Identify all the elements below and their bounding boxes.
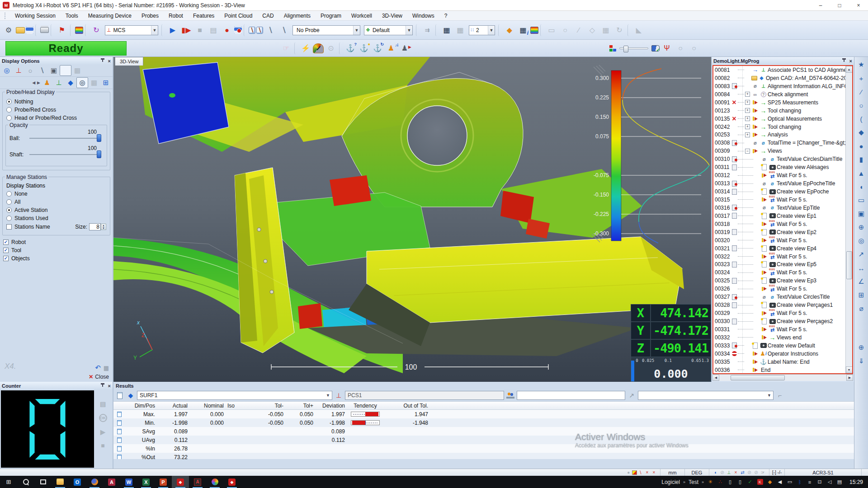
start-button[interactable]: ⊞: [0, 476, 17, 488]
probe-head-radio[interactable]: Head or Probe/Red Cross: [6, 115, 106, 121]
settings-icon[interactable]: ⚙: [2, 24, 15, 37]
tray-app1-icon[interactable]: ✳: [705, 479, 715, 485]
pin-icon[interactable]: [100, 383, 105, 389]
expand-icon[interactable]: +: [745, 108, 750, 113]
program-row[interactable]: 00323 Create view Ep5: [713, 261, 845, 269]
results-row[interactable]: Min. -1.998 0.000 -0.050 0.050 -1.998 -1…: [113, 418, 868, 427]
program-row[interactable]: 00331 Wait For 5 s.: [713, 325, 845, 333]
results-row[interactable]: Max. 1.997 0.000 -0.050 0.050 1.997 1.94…: [113, 410, 868, 418]
slot-icon[interactable]: ▭: [855, 194, 867, 206]
probe-compensation-icon[interactable]: ◖: [712, 470, 719, 475]
pointcloud-icon[interactable]: ▦: [440, 24, 453, 37]
program-row[interactable]: 00335 Label Name: End: [713, 358, 845, 366]
brush-select-icon[interactable]: ∕: [572, 24, 585, 37]
cad-view-icon[interactable]: ◆: [65, 77, 76, 88]
menu-item[interactable]: Tools: [61, 11, 83, 20]
program-row[interactable]: 00310 Text/Value CirclesDiamTitle: [713, 155, 845, 163]
tray-bluetooth-icon[interactable]: ᛒ: [795, 479, 805, 485]
zoom-slider[interactable]: [619, 47, 648, 49]
program-row[interactable]: 00320 Wait For 5 s.: [713, 236, 845, 244]
size-input[interactable]: 8: [89, 223, 101, 230]
grid-icon[interactable]: ⊞: [100, 77, 112, 88]
paint-app[interactable]: [206, 476, 223, 488]
feature-selector[interactable]: SURF1▼: [137, 391, 332, 400]
results-row[interactable]: %In 26.78: [113, 444, 868, 453]
program-row[interactable]: 00242 + Tool changing: [713, 123, 845, 131]
tray-check-icon[interactable]: ✓: [745, 479, 755, 485]
separator[interactable]: [35, 24, 38, 36]
undo-icon[interactable]: ↶: [95, 364, 101, 372]
print-icon[interactable]: [40, 27, 49, 33]
task-view-button[interactable]: [34, 476, 52, 488]
menu-item[interactable]: Point Cloud: [219, 11, 257, 20]
expand-icon[interactable]: +: [745, 116, 750, 121]
program-row[interactable]: 00326 Wait For 5 s.: [713, 285, 845, 293]
probe-qualify-icon[interactable]: ∖: [278, 24, 290, 37]
program-row[interactable]: 00308 TotalTime = [Changer_Time-&gt;Val]…: [713, 139, 845, 147]
open-icon[interactable]: [16, 27, 25, 33]
separator[interactable]: [339, 42, 342, 54]
separator[interactable]: [244, 24, 247, 36]
tray-battery-icon[interactable]: ▯: [725, 479, 735, 485]
tray-network-icon[interactable]: ⊡: [815, 479, 825, 485]
explorer-app[interactable]: [52, 476, 69, 488]
3d-viewport[interactable]: 0.300 0.225 0.150 0.075 -0.075 -0.150 -0…: [113, 57, 711, 382]
tray-plug-icon[interactable]: ≡: [805, 479, 815, 485]
powerpoint-app[interactable]: P: [155, 476, 172, 488]
temp-alarm-icon[interactable]: ×: [651, 470, 657, 475]
tray-antivirus-icon[interactable]: K: [755, 479, 765, 485]
program-row[interactable]: 00312 Wait For 5 s.: [713, 171, 845, 179]
program-row[interactable]: 00333 Create view Default: [713, 342, 845, 350]
screen-colormap-icon[interactable]: [60, 65, 71, 76]
polygon-icon[interactable]: ▣: [855, 208, 867, 220]
program-row[interactable]: 00317 Create view Ep1: [713, 212, 845, 220]
pointcloud-light-icon[interactable]: ▦: [454, 24, 467, 37]
caliper-icon[interactable]: ⌀: [855, 303, 867, 314]
display-checkbox[interactable]: ✓ Tool: [3, 247, 109, 253]
program-row[interactable]: 00324 Wait For 5 s.: [713, 268, 845, 277]
probe-head-radio[interactable]: Probe/Red Cross: [6, 107, 106, 113]
program-row[interactable]: 00135 + Optical Measurements: [713, 115, 845, 123]
expand-icon[interactable]: −: [745, 149, 750, 154]
report-doc-icon[interactable]: [115, 391, 124, 400]
separator[interactable]: [161, 24, 165, 36]
menu-item[interactable]: Features: [188, 11, 219, 20]
surface-icon[interactable]: ◆: [503, 24, 516, 37]
lamp-icon[interactable]: ○: [24, 65, 36, 76]
separator[interactable]: [70, 24, 73, 36]
angle-icon[interactable]: ∠: [855, 276, 867, 287]
anchor-question-icon[interactable]: ⚓: [344, 42, 357, 55]
program-row[interactable]: 00081 Associate PCS1 to CAD Alignment: [713, 66, 845, 74]
stations-name-checkbox[interactable]: Stations Name Size: 8 ▲▼: [6, 223, 106, 230]
tray-fire-icon[interactable]: ◆: [765, 479, 775, 485]
points-fan-icon[interactable]: ▦: [71, 65, 83, 76]
next-count-icon[interactable]: ▶: [100, 428, 105, 436]
detach-icon[interactable]: ⌐: [775, 391, 784, 400]
coordinate-system-combo[interactable]: ⊥ MCS▼: [105, 25, 158, 35]
slider-handle[interactable]: [97, 134, 101, 142]
probe-edit-icon[interactable]: [249, 27, 255, 34]
scrollbar-thumb[interactable]: [846, 251, 852, 279]
results-row[interactable]: %Out 73.22: [113, 453, 868, 459]
size-stepper[interactable]: ▲▼: [101, 224, 106, 230]
word-app[interactable]: W: [120, 476, 137, 488]
taskbar-logiciel[interactable]: Logiciel: [660, 479, 682, 485]
speed-icon[interactable]: [313, 43, 324, 53]
rgb-axes-icon[interactable]: [609, 45, 616, 52]
menu-item[interactable]: Measuring Device: [83, 11, 137, 20]
tray-notes-icon[interactable]: ▤: [835, 479, 844, 485]
circle-select-icon[interactable]: ○: [559, 24, 571, 37]
pan-down-icon[interactable]: ⇓: [855, 355, 867, 367]
point-density-combo[interactable]: ∷ 2▼: [469, 25, 495, 35]
tray-page-icon[interactable]: ▯: [735, 479, 745, 485]
point-icon[interactable]: +: [855, 72, 867, 84]
scroll-left-icon[interactable]: ◀: [31, 80, 36, 86]
profile-combo[interactable]: ❖ Default▼: [364, 25, 413, 35]
close-panel-icon[interactable]: ×: [849, 58, 852, 64]
xyz-output-icon[interactable]: ⇉: [421, 24, 434, 37]
save-icon[interactable]: [26, 26, 33, 34]
menu-item[interactable]: Workcell: [346, 11, 377, 20]
forbid-icon[interactable]: ⊘: [719, 470, 726, 475]
display-stations-radio[interactable]: Stations Used: [6, 215, 106, 221]
maximize-button[interactable]: □: [830, 0, 849, 10]
